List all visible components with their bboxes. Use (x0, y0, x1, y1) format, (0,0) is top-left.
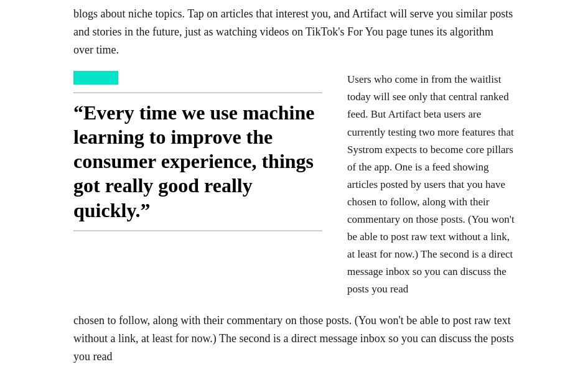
right-body-text: Users who come in from the waitlist toda… (347, 71, 515, 298)
right-column: Users who come in from the waitlist toda… (341, 71, 515, 298)
pull-quote: “Every time we use machine learning to i… (73, 92, 322, 231)
highlight-expects: expects to become core (385, 144, 484, 156)
left-column: “Every time we use machine learning to i… (73, 71, 341, 298)
highlight-feed: feed showing articles posted (347, 161, 489, 190)
intro-paragraph: blogs about niche topics. Tap on article… (73, 0, 515, 58)
content-layout: “Every time we use machine learning to i… (73, 71, 515, 298)
page-container: blogs about niche topics. Tap on article… (0, 0, 588, 365)
cyan-accent-bar (73, 71, 118, 85)
bottom-paragraph: chosen to follow, along with their comme… (73, 312, 515, 365)
